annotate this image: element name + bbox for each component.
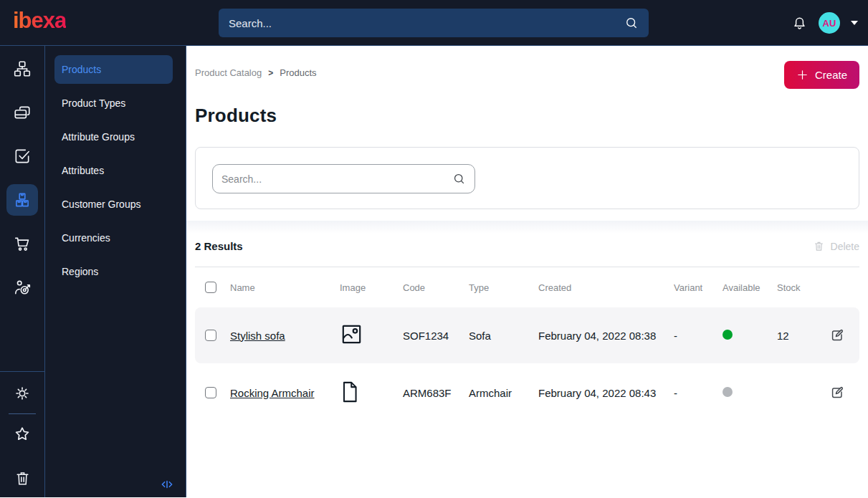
- content-sitemap-icon[interactable]: [6, 53, 38, 85]
- page-title: Products: [195, 105, 859, 127]
- secondary-menu: Products Product Types Attribute Groups …: [45, 46, 186, 497]
- table-row: Stylish sofa SOF1234 Sofa February 04, 2…: [195, 307, 859, 363]
- sidebar-collapse-icon[interactable]: [160, 477, 174, 492]
- column-header-stock: Stock: [777, 282, 824, 293]
- table-row: Rocking Armchair ARM683F Armchair Februa…: [195, 365, 859, 421]
- results-count: 2 Results: [195, 240, 243, 252]
- trash-icon[interactable]: [6, 462, 38, 494]
- topbar: ibexa AU: [0, 0, 868, 46]
- results-bar: 2 Results Delete: [195, 240, 859, 252]
- column-header-name: Name: [230, 282, 340, 293]
- available-status-dot: [722, 387, 733, 397]
- search-icon[interactable]: [452, 172, 466, 186]
- filter-panel: [195, 147, 859, 209]
- edit-button[interactable]: [829, 327, 845, 343]
- notifications-bell-icon[interactable]: [791, 15, 808, 32]
- global-search: [219, 9, 649, 37]
- gear-icon[interactable]: [6, 378, 38, 409]
- select-all-checkbox[interactable]: [205, 282, 216, 293]
- delete-button[interactable]: Delete: [813, 240, 859, 252]
- sidebar-item-attributes[interactable]: Attributes: [54, 156, 173, 185]
- search-icon[interactable]: [624, 16, 639, 30]
- commerce-cart-icon[interactable]: [6, 228, 38, 259]
- product-stock: 12: [777, 330, 824, 342]
- product-catalog-boxes-icon[interactable]: [6, 184, 38, 216]
- edit-pencil-icon: [829, 327, 845, 343]
- sidebar-item-customer-groups[interactable]: Customer Groups: [54, 190, 173, 219]
- row-checkbox[interactable]: [205, 330, 216, 341]
- column-header-created: Created: [538, 282, 674, 293]
- star-bookmarks-icon[interactable]: [6, 418, 38, 450]
- product-created: February 04, 2022 08:38: [538, 330, 674, 342]
- main-content: Product Catalog > Products Create Produc…: [186, 46, 868, 497]
- plus-icon: [796, 69, 809, 81]
- sidebar-item-regions[interactable]: Regions: [54, 257, 173, 286]
- row-checkbox[interactable]: [205, 387, 216, 398]
- avatar[interactable]: AU: [819, 12, 840, 34]
- app-root: ibexa AU: [0, 0, 868, 497]
- product-name-link[interactable]: Rocking Armchair: [230, 387, 315, 399]
- breadcrumb: Product Catalog > Products: [195, 67, 859, 78]
- edit-button[interactable]: [829, 385, 845, 401]
- filter-search: [212, 164, 475, 193]
- column-header-type: Type: [469, 282, 538, 293]
- sidebar-item-products[interactable]: Products: [54, 55, 173, 84]
- product-variant: -: [674, 330, 722, 342]
- ibexa-logo[interactable]: ibexa: [13, 8, 66, 34]
- sidebar-item-product-types[interactable]: Product Types: [54, 89, 173, 118]
- breadcrumb-separator: >: [268, 68, 273, 78]
- column-header-variant: Variant: [674, 282, 722, 293]
- breadcrumb-products[interactable]: Products: [280, 67, 316, 78]
- column-header-code: Code: [403, 282, 469, 293]
- product-name-link[interactable]: Stylish sofa: [230, 330, 285, 342]
- layout: Products Product Types Attribute Groups …: [0, 46, 868, 497]
- results-top-fade: [186, 221, 868, 234]
- product-created: February 04, 2022 08:43: [538, 387, 674, 399]
- product-variant: -: [674, 387, 722, 399]
- delete-button-label: Delete: [831, 241, 859, 252]
- global-search-input[interactable]: [219, 17, 624, 29]
- chevron-down-icon[interactable]: [851, 21, 858, 25]
- create-button-label: Create: [815, 69, 847, 81]
- task-check-icon[interactable]: [6, 140, 38, 172]
- column-header-available: Available: [722, 282, 777, 293]
- products-table: Name Image Code Type Created Variant Ava…: [195, 267, 859, 421]
- file-icon: [340, 380, 403, 406]
- rail-divider: [9, 413, 36, 414]
- pages-icon[interactable]: [6, 97, 38, 128]
- product-code: SOF1234: [403, 330, 469, 342]
- product-type: Armchair: [469, 387, 538, 399]
- sidebar-item-attribute-groups[interactable]: Attribute Groups: [54, 123, 173, 151]
- sidebar-item-currencies[interactable]: Currencies: [54, 224, 173, 252]
- column-header-image: Image: [340, 282, 403, 293]
- table-header-row: Name Image Code Type Created Variant Ava…: [195, 267, 859, 307]
- main-menu-rail: [0, 46, 45, 497]
- create-button[interactable]: Create: [784, 61, 859, 89]
- image-icon: [340, 322, 403, 348]
- breadcrumb-product-catalog[interactable]: Product Catalog: [195, 67, 262, 78]
- trash-icon: [813, 240, 825, 252]
- product-type: Sofa: [469, 330, 538, 342]
- personalization-target-icon[interactable]: [6, 272, 38, 303]
- topbar-right-controls: AU: [791, 0, 858, 46]
- rail-bottom-group: [0, 371, 44, 497]
- filter-search-input[interactable]: [213, 173, 452, 185]
- available-status-dot: [722, 330, 733, 340]
- product-code: ARM683F: [403, 387, 469, 399]
- edit-pencil-icon: [829, 385, 845, 401]
